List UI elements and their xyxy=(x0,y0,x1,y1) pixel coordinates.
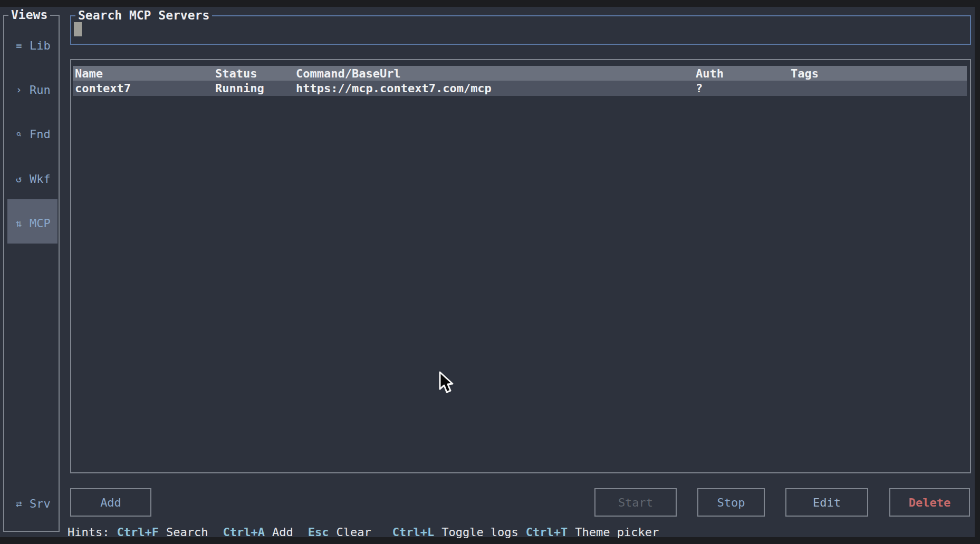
add-button[interactable]: Add xyxy=(70,488,151,517)
cycle-arrow-icon: ↺ xyxy=(16,173,30,184)
text-cursor xyxy=(74,22,82,36)
sidebar-item-label: Run xyxy=(30,83,51,96)
column-header-status: Status xyxy=(215,66,257,81)
hint-action: Add xyxy=(272,526,293,539)
hint-action: Theme picker xyxy=(575,526,659,539)
hint-key: Ctrl+F xyxy=(117,526,158,539)
hint-key: Ctrl+T xyxy=(526,526,568,539)
sidebar-item-label: Lib xyxy=(30,39,51,52)
mcp-servers-table: Name Status Command/BaseUrl Auth Tags co… xyxy=(70,59,971,473)
start-button[interactable]: Start xyxy=(594,488,677,517)
hint-action: Toggle logs xyxy=(441,526,518,539)
column-header-command: Command/BaseUrl xyxy=(296,66,401,81)
table-header-row: Name Status Command/BaseUrl Auth Tags xyxy=(73,66,967,81)
sidebar-item-label: MCP xyxy=(30,217,51,230)
hint-action: Clear xyxy=(336,526,371,539)
sidebar-item-label: Fnd xyxy=(30,128,51,141)
column-header-tags: Tags xyxy=(791,66,819,81)
delete-button[interactable]: Delete xyxy=(889,488,970,517)
stop-button[interactable]: Stop xyxy=(697,488,765,517)
views-sidebar: Views ≡ Lib › Run ⌕ Fnd ↺ Wkf ⇅ MCP ⇄ Sr… xyxy=(3,15,60,532)
hints-label: Hints: xyxy=(68,526,109,539)
hint-key: Esc xyxy=(308,526,329,539)
cell-command: https://mcp.context7.com/mcp xyxy=(296,81,492,96)
hint-key: Ctrl+L xyxy=(392,526,434,539)
search-panel-title: Search MCP Servers xyxy=(75,8,212,23)
edit-button[interactable]: Edit xyxy=(785,488,868,517)
keyboard-hints-bar: Hints: Ctrl+F Search Ctrl+A Add Esc Clea… xyxy=(68,526,659,539)
column-header-name: Name xyxy=(75,66,103,81)
magnifier-icon: ⌕ xyxy=(16,128,30,140)
sidebar-item-srv[interactable]: ⇄ Srv xyxy=(4,496,59,511)
sidebar-item-fnd[interactable]: ⌕ Fnd xyxy=(4,127,59,141)
cell-status: Running xyxy=(215,81,264,96)
sidebar-item-lib[interactable]: ≡ Lib xyxy=(4,38,59,53)
cell-auth: ? xyxy=(696,81,703,96)
sidebar-item-label: Wkf xyxy=(30,172,51,186)
chevron-right-icon: › xyxy=(16,84,30,95)
cell-name: context7 xyxy=(75,81,131,96)
sidebar-title: Views xyxy=(8,7,50,22)
swap-arrows-icon: ⇄ xyxy=(16,498,30,509)
sidebar-item-run[interactable]: › Run xyxy=(4,82,59,97)
sidebar-item-mcp[interactable]: ⇅ MCP xyxy=(4,216,59,230)
hint-key: Ctrl+A xyxy=(223,526,264,539)
table-row[interactable]: context7 Running https://mcp.context7.co… xyxy=(73,81,967,96)
sidebar-item-wkf[interactable]: ↺ Wkf xyxy=(4,171,59,186)
up-down-arrows-icon: ⇅ xyxy=(16,217,30,229)
hint-action: Search xyxy=(166,526,208,539)
sidebar-item-label: Srv xyxy=(30,497,51,510)
menu-lines-icon: ≡ xyxy=(16,40,30,51)
mcp-manager-app: Views ≡ Lib › Run ⌕ Fnd ↺ Wkf ⇅ MCP ⇄ Sr… xyxy=(0,7,975,537)
column-header-auth: Auth xyxy=(696,66,724,81)
search-input[interactable]: Search MCP Servers xyxy=(70,15,971,45)
